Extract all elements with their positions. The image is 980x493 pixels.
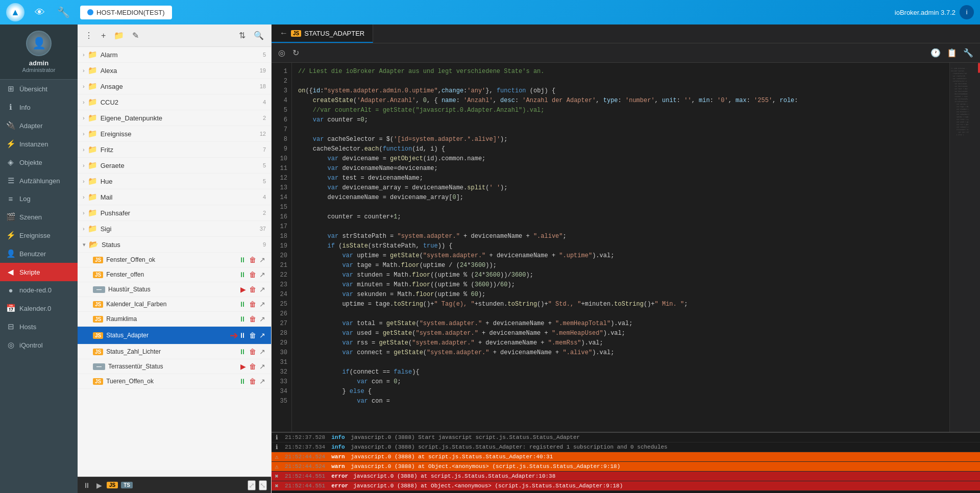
- delete-button[interactable]: 🗑: [249, 347, 257, 356]
- folder-alarm[interactable]: › 📁 Alarm 5: [78, 47, 271, 63]
- log-level: warn: [328, 452, 349, 461]
- delete-button[interactable]: 🗑: [249, 314, 257, 324]
- host-button[interactable]: HOST-MEDION(TEST): [80, 6, 172, 19]
- objekte-icon: ◈: [6, 158, 15, 167]
- search-scripts-button[interactable]: 🔍: [252, 29, 266, 42]
- open-button[interactable]: ↗: [259, 300, 266, 309]
- active-tab[interactable]: ← JS STATUS_ADAPTER: [272, 24, 373, 43]
- expand-button[interactable]: ⤢: [248, 480, 256, 490]
- minimap: // code preview... on({id:"system. creat…: [949, 63, 980, 432]
- sidebar-item-ereignisse[interactable]: ⚡ Ereignisse: [0, 226, 78, 244]
- script-status-adapter[interactable]: JS Status_Adapter ➔ ⏸ 🗑 ↗: [78, 327, 271, 344]
- script-kalender-ical[interactable]: JS Kalender_Ical_Farben ⏸ 🗑 ↗: [78, 297, 271, 312]
- open-button[interactable]: ↗: [259, 347, 266, 356]
- sidebar-item-kalender[interactable]: 📅 Kalender.0: [0, 299, 78, 317]
- script-status-zahl-lichter[interactable]: JS Status_Zahl_Lichter ⏸ 🗑 ↗: [78, 344, 271, 359]
- pause-button[interactable]: ⏸: [238, 377, 247, 386]
- folder-geraete[interactable]: › 📁 Geraete 5: [78, 158, 271, 174]
- delete-button[interactable]: 🗑: [249, 331, 257, 340]
- delete-button[interactable]: 🗑: [249, 300, 257, 309]
- folder-fritz[interactable]: › 📁 Fritz 7: [78, 142, 271, 158]
- refresh-button[interactable]: ↻: [291, 46, 301, 59]
- pause-button[interactable]: ⏸: [238, 270, 247, 279]
- play-all-button[interactable]: ▶: [95, 480, 104, 491]
- edit-button[interactable]: ✎: [130, 29, 141, 42]
- add-folder-button[interactable]: 📁: [112, 29, 126, 42]
- log-info-icon: ℹ: [272, 442, 282, 452]
- menu-button[interactable]: ⋮: [83, 29, 95, 42]
- folder-ansage-label: Ansage: [101, 83, 123, 90]
- pause-button[interactable]: ⏸: [238, 314, 247, 324]
- sidebar-item-uebersicht[interactable]: ⊞ Übersicht: [0, 80, 78, 98]
- sidebar-item-adapter[interactable]: 🔌 Adapter: [0, 116, 78, 135]
- open-button[interactable]: ↗: [259, 285, 266, 294]
- pause-button[interactable]: ⏸: [238, 331, 247, 340]
- open-button[interactable]: ↗: [259, 270, 266, 279]
- folder-ccu2[interactable]: › 📁 CCU2 4: [78, 94, 271, 110]
- sidebar-item-info[interactable]: ℹ Info: [0, 98, 78, 116]
- open-button[interactable]: ↗: [259, 377, 266, 386]
- delete-button[interactable]: 🗑: [249, 255, 257, 264]
- sidebar-item-instanzen[interactable]: ⚡ Instanzen: [0, 135, 78, 153]
- folder-eigene-icon: 📁: [88, 113, 97, 122]
- folder-pushsafer[interactable]: › 📁 Pushsafer 2: [78, 205, 271, 221]
- script-tueren-offen-ok[interactable]: JS Tueren_Offen_ok ⏸ 🗑 ↗: [78, 374, 271, 389]
- play-button[interactable]: ▶: [240, 362, 247, 371]
- szenen-icon: 🎬: [6, 212, 15, 221]
- folder-hue[interactable]: › 📁 Hue 5: [78, 174, 271, 189]
- sidebar-item-log[interactable]: ≡ Log: [0, 190, 78, 208]
- script-name: Raumklima: [106, 315, 137, 323]
- locate-button[interactable]: ◎: [277, 46, 287, 59]
- back-button[interactable]: ←: [280, 29, 288, 38]
- add-script-button[interactable]: +: [99, 29, 108, 42]
- sidebar-item-objekte[interactable]: ◈ Objekte: [0, 153, 78, 171]
- delete-button[interactable]: 🗑: [249, 377, 257, 386]
- sidebar-label-ereignisse: Ereignisse: [19, 232, 51, 239]
- chevron-icon: ›: [83, 226, 85, 232]
- script-fenster-offen-ok[interactable]: JS Fenster_Offen_ok ⏸ 🗑 ↗: [78, 253, 271, 267]
- script-name: Fenster_Offen_ok: [106, 256, 155, 263]
- open-button[interactable]: ↗: [259, 331, 266, 340]
- open-button[interactable]: ↗: [259, 314, 266, 324]
- folder-status[interactable]: ▾ 📂 Status 9: [78, 237, 271, 253]
- delete-button[interactable]: 🗑: [249, 285, 257, 294]
- script-fenster-offen[interactable]: JS Fenster_offen ⏸ 🗑 ↗: [78, 267, 271, 282]
- folder-alexa-label: Alexa: [101, 67, 117, 75]
- sort-button[interactable]: ⇅: [237, 29, 248, 42]
- play-button[interactable]: ▶: [240, 285, 247, 294]
- folder-sigi[interactable]: › 📁 Sigi 37: [78, 221, 271, 237]
- eye-button[interactable]: 👁: [33, 5, 47, 20]
- sidebar-item-szenen[interactable]: 🎬 Szenen: [0, 208, 78, 226]
- pause-button[interactable]: ⏸: [238, 347, 247, 356]
- history-button[interactable]: 🕐: [929, 46, 942, 59]
- sidebar-item-node-red[interactable]: ● node-red.0: [0, 281, 78, 299]
- settings-button[interactable]: 🔧: [962, 46, 975, 59]
- script-terrassentur[interactable]: — Terrassentür_Status ▶ 🗑 ↗: [78, 359, 271, 374]
- folder-mail[interactable]: › 📁 Mail 4: [78, 189, 271, 205]
- code-content[interactable]: // Liest die ioBroker Adapter aus und le…: [292, 63, 949, 432]
- folder-alexa[interactable]: › 📁 Alexa 19: [78, 63, 271, 79]
- sidebar-item-hosts[interactable]: ⊟ Hosts: [0, 317, 78, 336]
- script-haustur-status[interactable]: — Haustür_Status ▶ 🗑 ↗: [78, 282, 271, 297]
- clipboard-button[interactable]: 📋: [945, 46, 959, 59]
- sidebar-item-iqontrol[interactable]: ◎ iQontrol: [0, 336, 78, 354]
- collapse-button[interactable]: ⤡: [259, 480, 267, 490]
- app-logo: ▲: [6, 3, 24, 21]
- open-button[interactable]: ↗: [259, 362, 266, 371]
- open-button[interactable]: ↗: [259, 255, 266, 264]
- delete-button[interactable]: 🗑: [249, 362, 257, 371]
- folder-ereignisse[interactable]: › 📁 Ereignisse 12: [78, 126, 271, 142]
- sidebar-item-skripte[interactable]: ◀ Skripte: [0, 263, 78, 281]
- pause-button[interactable]: ⏸: [238, 255, 247, 264]
- delete-button[interactable]: 🗑: [249, 270, 257, 279]
- folder-eigene[interactable]: › 📁 Eigene_Datenpunkte 2: [78, 110, 271, 126]
- sidebar-item-benutzer[interactable]: 👤 Benutzer: [0, 244, 78, 263]
- line-numbers: 1 2 3 4 5 6 7 8 9 10 11 12 13 14 15 16 1: [272, 63, 292, 432]
- wrench-button[interactable]: 🔧: [55, 4, 72, 20]
- sidebar-item-aufzaehlungen[interactable]: ☰ Aufzählungen: [0, 171, 78, 190]
- folder-ansage[interactable]: › 📁 Ansage 18: [78, 79, 271, 94]
- folder-geraete-label: Geraete: [101, 162, 125, 169]
- script-raumklima[interactable]: JS Raumklima ⏸ 🗑 ↗: [78, 312, 271, 327]
- pause-all-button[interactable]: ⏸: [82, 480, 92, 491]
- pause-button[interactable]: ⏸: [238, 300, 247, 309]
